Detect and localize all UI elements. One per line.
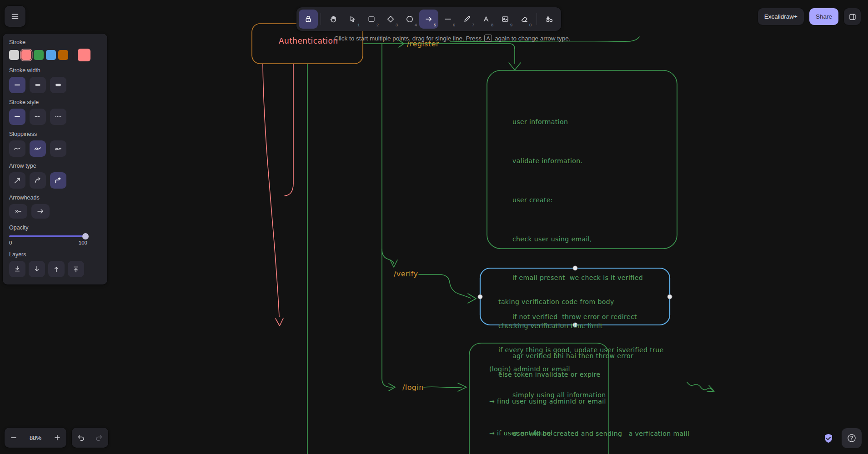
opacity-section: Opacity 0 100 bbox=[9, 225, 101, 245]
tool-hint: Click to start multiple points, drag for… bbox=[334, 35, 571, 42]
tool-lock[interactable] bbox=[299, 10, 318, 29]
text-icon bbox=[482, 15, 491, 24]
zoom-level[interactable]: 88% bbox=[23, 434, 48, 441]
bold-line-icon bbox=[33, 80, 42, 90]
hand-icon bbox=[329, 15, 338, 24]
tool-image[interactable]: 9 bbox=[496, 10, 515, 29]
line-icon bbox=[443, 15, 452, 24]
opacity-slider[interactable] bbox=[9, 235, 87, 237]
undo-button[interactable] bbox=[72, 428, 90, 448]
tool-rectangle[interactable]: 2 bbox=[362, 10, 381, 29]
stroke-color-orange[interactable] bbox=[58, 50, 68, 60]
rectangle-icon bbox=[367, 15, 376, 24]
bring-to-front-icon bbox=[71, 264, 80, 274]
help-button[interactable] bbox=[842, 428, 862, 448]
artist-squiggle-icon bbox=[33, 144, 42, 153]
tool-eraser[interactable]: 0 bbox=[515, 10, 534, 29]
zoom-controls: 88% bbox=[5, 428, 66, 448]
salmon-line-arrowhead[interactable] bbox=[276, 318, 283, 326]
hamburger-menu-button[interactable] bbox=[5, 6, 25, 27]
login-line[interactable]: → find user using adminId or email bbox=[489, 398, 606, 406]
arrow-type-straight-button[interactable] bbox=[9, 172, 25, 189]
stroke-color-blue[interactable] bbox=[46, 50, 56, 60]
tool-draw[interactable]: 7 bbox=[457, 10, 477, 29]
login-box-text[interactable]: (login) adminId or email → find user usi… bbox=[489, 349, 606, 454]
tool-arrow[interactable]: 5 bbox=[419, 10, 438, 29]
canvas[interactable]: Authentication /register /verify /login … bbox=[0, 0, 868, 454]
extrabold-line-icon bbox=[54, 80, 63, 90]
topright-actions: Excalidraw+ Share bbox=[758, 8, 861, 25]
register-line[interactable]: validate information. bbox=[512, 155, 689, 168]
bring-to-front-button[interactable] bbox=[68, 261, 84, 277]
login-line[interactable]: → if user not found bbox=[489, 429, 606, 438]
stroke-color-gray[interactable] bbox=[9, 50, 19, 60]
tool-shapes[interactable] bbox=[540, 10, 559, 29]
arrow-login-to-box[interactable] bbox=[424, 387, 462, 388]
auth-box-label[interactable]: Authentication bbox=[279, 36, 338, 45]
verify-line[interactable]: checking verification time limit bbox=[498, 322, 664, 330]
arrow-register-shaft[interactable] bbox=[364, 44, 515, 64]
register-line[interactable]: check user using email, bbox=[512, 233, 689, 246]
opacity-slider-thumb[interactable] bbox=[82, 233, 89, 239]
stroke-style-dashed-button[interactable] bbox=[30, 109, 46, 125]
stroke-color-salmon[interactable] bbox=[21, 50, 31, 60]
dotted-line-icon bbox=[54, 112, 63, 121]
verify-label[interactable]: /verify bbox=[394, 269, 418, 278]
stroke-color-green[interactable] bbox=[34, 50, 44, 60]
stroke-style-section: Stroke style bbox=[9, 99, 101, 125]
redo-button[interactable] bbox=[90, 428, 108, 448]
send-backward-button[interactable] bbox=[29, 261, 45, 277]
zoom-in-button[interactable] bbox=[48, 428, 66, 448]
tool-line[interactable]: 6 bbox=[438, 10, 457, 29]
architect-squiggle-icon bbox=[13, 144, 22, 153]
salmon-hook-line[interactable] bbox=[285, 64, 293, 196]
bring-forward-button[interactable] bbox=[48, 261, 65, 277]
selection-handle-left[interactable] bbox=[478, 294, 482, 299]
squiggle-arrow[interactable] bbox=[687, 382, 712, 390]
verify-line[interactable]: taking verification code from body bbox=[498, 298, 664, 306]
tool-selection[interactable]: 1 bbox=[343, 10, 362, 29]
excalidraw-plus-button[interactable]: Excalidraw+ bbox=[758, 8, 804, 25]
sloppiness-section: Sloppiness bbox=[9, 131, 101, 157]
stroke-width-thin-button[interactable] bbox=[9, 77, 25, 93]
arrow-type-label: Arrow type bbox=[9, 163, 101, 169]
stroke-width-bold-button[interactable] bbox=[30, 77, 46, 93]
arrowhead-end-button[interactable] bbox=[31, 204, 50, 219]
arrow-type-curved-button[interactable] bbox=[30, 172, 46, 189]
tool-text[interactable]: 8 bbox=[477, 10, 496, 29]
stroke-style-dotted-button[interactable] bbox=[50, 109, 66, 125]
arrowhead-start-button[interactable] bbox=[9, 204, 27, 219]
arrow-verify-to-box-head[interactable] bbox=[468, 294, 476, 303]
arrow-verify-to-box[interactable] bbox=[419, 274, 471, 298]
opacity-max: 100 bbox=[79, 240, 87, 245]
login-line[interactable]: (login) adminId or email bbox=[489, 365, 606, 374]
zoom-out-button[interactable] bbox=[5, 428, 23, 448]
register-line[interactable]: user create: bbox=[512, 194, 689, 207]
image-icon bbox=[501, 15, 510, 24]
salmon-line-arrow[interactable] bbox=[263, 64, 279, 317]
register-line[interactable]: user information bbox=[512, 115, 689, 129]
sloppiness-label: Sloppiness bbox=[9, 131, 101, 137]
sloppiness-architect-button[interactable] bbox=[9, 140, 25, 157]
curved-arrow-icon bbox=[33, 176, 42, 185]
tool-hand[interactable] bbox=[324, 10, 343, 29]
stroke-style-solid-button[interactable] bbox=[9, 109, 25, 125]
properties-panel: Stroke Stroke width Stroke style bbox=[3, 34, 107, 284]
cartoonist-squiggle-icon bbox=[54, 144, 63, 153]
canvas-drawing[interactable] bbox=[0, 0, 868, 454]
send-to-back-button[interactable] bbox=[9, 261, 25, 277]
sloppiness-artist-button[interactable] bbox=[30, 140, 46, 157]
arrow-type-elbow-button[interactable] bbox=[50, 172, 66, 189]
toolbar-divider bbox=[321, 13, 321, 25]
arrow-login-branch[interactable] bbox=[382, 249, 392, 387]
tool-ellipse[interactable]: 4 bbox=[400, 10, 419, 29]
login-label[interactable]: /login bbox=[402, 383, 424, 392]
minus-icon bbox=[10, 434, 17, 441]
library-sidebar-button[interactable] bbox=[844, 8, 861, 25]
tool-diamond[interactable]: 3 bbox=[381, 10, 400, 29]
arrow-verify-branch[interactable] bbox=[382, 44, 394, 264]
stroke-width-extrabold-button[interactable] bbox=[50, 77, 66, 93]
share-button[interactable]: Share bbox=[809, 8, 838, 25]
sloppiness-cartoonist-button[interactable] bbox=[50, 140, 66, 157]
current-stroke-color[interactable] bbox=[78, 49, 90, 61]
